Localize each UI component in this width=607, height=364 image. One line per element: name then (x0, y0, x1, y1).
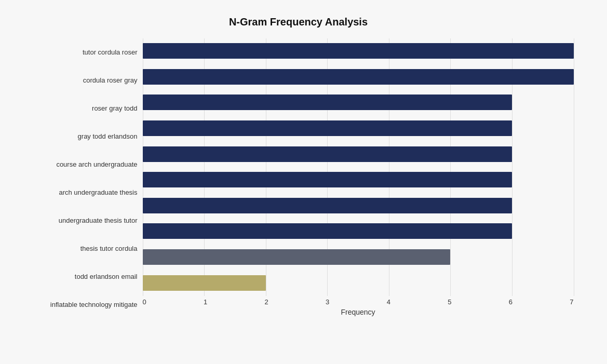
bar-row (143, 144, 574, 164)
y-label: arch undergraduate thesis (23, 186, 138, 199)
bar-row (143, 221, 574, 241)
x-axis: 01234567 Frequency (143, 298, 574, 319)
x-tick: 6 (509, 298, 512, 306)
y-label: todd erlandson email (23, 271, 138, 283)
y-label: roser gray todd (23, 102, 138, 115)
chart-area: tutor cordula rosercordula roser grayros… (23, 38, 574, 319)
x-tick: 4 (387, 298, 390, 306)
y-axis: tutor cordula rosercordula roser grayros… (23, 38, 143, 319)
bar (143, 69, 574, 85)
x-tick: 2 (265, 298, 268, 306)
bar (143, 95, 512, 110)
y-label: cordula roser gray (23, 74, 138, 87)
x-axis-label: Frequency (143, 308, 574, 316)
x-tick: 0 (143, 298, 146, 306)
bar (143, 275, 266, 291)
bar-row (143, 118, 574, 138)
bar (143, 172, 512, 187)
bar-row (143, 170, 574, 190)
bar-row (143, 41, 574, 61)
chart-container: N-Gram Frequency Analysis tutor cordula … (18, 6, 589, 359)
x-tick: 1 (204, 298, 207, 306)
bar (143, 120, 512, 136)
y-label: thesis tutor cordula (23, 242, 138, 255)
bar-row (143, 247, 574, 267)
bar (143, 223, 512, 239)
y-label: course arch undergraduate (23, 158, 138, 171)
chart-title: N-Gram Frequency Analysis (23, 16, 574, 28)
y-label: gray todd erlandson (23, 130, 138, 143)
bar (143, 249, 451, 265)
bars-and-xaxis: 01234567 Frequency (143, 38, 574, 319)
bars-area (143, 38, 574, 296)
y-label: inflatable technology mitigate (23, 299, 138, 311)
x-tick: 7 (570, 298, 573, 306)
x-tick: 3 (326, 298, 329, 306)
bar-row (143, 92, 574, 112)
bar (143, 43, 574, 59)
x-tick: 5 (448, 298, 451, 306)
y-label: tutor cordula roser (23, 46, 138, 59)
bar-row (143, 67, 574, 87)
bar (143, 146, 512, 162)
bar-row (143, 196, 574, 215)
y-label: undergraduate thesis tutor (23, 214, 138, 227)
bar-row (143, 273, 574, 293)
grid-line (574, 38, 574, 296)
bar (143, 198, 512, 213)
